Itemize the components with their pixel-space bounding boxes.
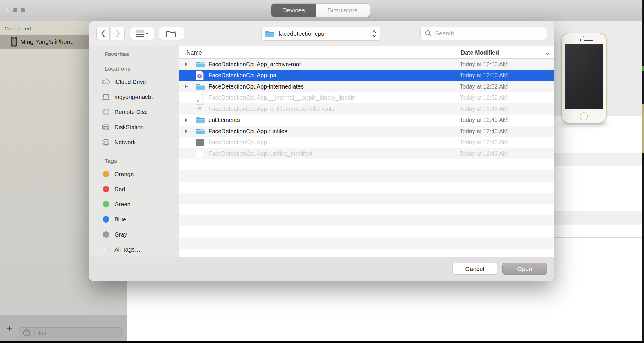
- empty-row: [179, 237, 554, 249]
- sidebar-item-label: All Tags…: [114, 246, 141, 253]
- tab-simulators[interactable]: Simulators: [316, 4, 370, 17]
- sidebar-item-label: DiskStation: [114, 124, 144, 131]
- dialog-footer: Cancel Open: [89, 257, 554, 281]
- filter-input[interactable]: [33, 329, 115, 337]
- sidebar-item-orange[interactable]: Orange: [89, 167, 179, 182]
- sidebar-item-remote-disc[interactable]: Remote Disc: [89, 104, 179, 120]
- sidebar-item-icloud-drive[interactable]: iCloud Drive: [89, 74, 179, 89]
- window-titlebar: Devices Simulators: [0, 0, 644, 21]
- file-row-facedetectioncpuapp-ipa[interactable]: ♪FaceDetectionCpuApp.ipaToday at 12:53 A…: [179, 70, 554, 81]
- device-name: Ming Yong's iPhone: [20, 38, 74, 45]
- sidebar-item-diskstation[interactable]: DiskStation: [89, 120, 179, 135]
- sidebar-item-blue[interactable]: Blue: [89, 212, 179, 227]
- file-row-facedetectioncpuapp-internal-apple-binary-lipobin: FaceDetectionCpuApp.__internal__.apple_b…: [179, 92, 554, 104]
- disclosure-triangle[interactable]: [185, 129, 188, 133]
- add-device-button[interactable]: +: [3, 322, 15, 335]
- empty-row: [179, 204, 554, 215]
- sidebar-item-gray[interactable]: Gray: [89, 227, 179, 242]
- filter-field[interactable]: [19, 327, 123, 338]
- empty-row: [179, 215, 554, 226]
- detail-divider: [554, 237, 644, 238]
- device-detail-panel: [554, 21, 644, 341]
- sidebar-item-label: Remote Disc: [114, 109, 147, 115]
- file-list-body: FaceDetectionCpuApp_archive-rootToday at…: [179, 59, 554, 257]
- open-button[interactable]: Open: [502, 263, 547, 275]
- forward-button: [111, 27, 125, 40]
- sort-chevron-icon: [545, 51, 550, 56]
- all-tags-icon: [101, 246, 111, 253]
- folder-icon: [196, 83, 205, 91]
- file-row-facedetectioncpuapp: FaceDetectionCpuAppToday at 12:43 AM: [179, 137, 554, 148]
- file-name: FaceDetectionCpuApp.runfiles_manifest: [208, 150, 312, 157]
- disclosure-triangle[interactable]: [185, 84, 188, 89]
- file-row-entitlements[interactable]: entitlementsToday at 12:43 AM: [179, 115, 554, 126]
- detail-section-band: [554, 153, 644, 166]
- sidebar-item-all-tags[interactable]: All Tags…: [89, 242, 179, 257]
- file-date-modified: Today at 12:52 AM: [460, 83, 508, 90]
- folder-icon: [196, 60, 205, 68]
- device-sidebar-footer: +: [0, 315, 127, 341]
- file-date-modified: Today at 12:53 AM: [460, 61, 508, 68]
- screen-bottom-edge: [0, 341, 644, 343]
- iphone-preview-image: [561, 33, 607, 123]
- file-list-header: Name Date Modified: [179, 46, 554, 59]
- sidebar-item-label: Orange: [114, 171, 134, 178]
- detail-section-band: [554, 211, 644, 225]
- sidebar-item-network[interactable]: Network: [89, 135, 179, 150]
- nas-icon: [101, 123, 111, 131]
- sidebar-section-locations: Locations: [105, 66, 179, 72]
- sidebar-item-label: iCloud Drive: [114, 79, 146, 85]
- current-folder-popup[interactable]: facedetectioncpu: [261, 27, 380, 41]
- background-app-edge: [642, 0, 644, 341]
- column-header-date-modified[interactable]: Date Modified: [461, 46, 499, 59]
- sidebar-item-label: mgyong-macb…: [114, 94, 157, 100]
- dialog-toolbar: facedetectioncpu: [89, 21, 554, 46]
- search-field[interactable]: [420, 27, 547, 40]
- folder-icon: [265, 30, 274, 38]
- globe-icon: [101, 138, 111, 147]
- file-row-facedetectioncpuapp-archive-root[interactable]: FaceDetectionCpuApp_archive-rootToday at…: [179, 59, 554, 70]
- file-row-facedetectioncpuapp-runfiles-manifest: FaceDetectionCpuApp.runfiles_manifestTod…: [179, 148, 554, 159]
- disclosure-triangle[interactable]: [185, 118, 188, 122]
- empty-row: [179, 249, 554, 257]
- empty-row: [179, 193, 554, 204]
- sidebar-item-red[interactable]: Red: [89, 182, 179, 197]
- sidebar-item-label: Red: [114, 186, 125, 193]
- search-input[interactable]: [434, 30, 539, 37]
- column-header-name[interactable]: Name: [186, 46, 202, 59]
- sidebar-item-label: Network: [114, 139, 136, 146]
- tab-devices[interactable]: Devices: [271, 4, 316, 17]
- view-options-button[interactable]: [130, 27, 154, 40]
- tag-dot-red: [101, 186, 111, 192]
- empty-row: [179, 159, 554, 171]
- empty-row: [179, 182, 554, 193]
- cancel-button[interactable]: Cancel: [452, 263, 497, 275]
- file-row-facedetectioncpuapp-entitlements-entitlements: FaceDetectionCpuApp_entitlements.entitle…: [179, 103, 554, 115]
- dialog-sidebar: FavoritesLocationsiCloud Drivemgyong-mac…: [89, 46, 179, 257]
- sidebar-section-tags: Tags: [105, 158, 179, 164]
- connected-section-header: Connected: [4, 26, 31, 32]
- entitlements-icon: [196, 104, 204, 113]
- file-date-modified: Today at 12:43 AM: [460, 128, 508, 135]
- minimize-window-button[interactable]: [13, 8, 17, 12]
- column-separator[interactable]: [454, 46, 454, 58]
- iphone-icon: [10, 37, 17, 47]
- file-name: FaceDetectionCpuApp_archive-root: [208, 61, 301, 68]
- file-name: FaceDetectionCpuApp_entitlements.entitle…: [208, 106, 334, 112]
- exec-icon: [196, 138, 204, 147]
- close-window-button[interactable]: [5, 8, 10, 12]
- tag-dot-gray: [101, 231, 111, 238]
- sidebar-item-green[interactable]: Green: [89, 197, 179, 212]
- zoom-window-button[interactable]: [21, 8, 25, 12]
- file-date-modified: Today at 12:53 AM: [460, 72, 508, 79]
- empty-row: [179, 226, 554, 238]
- back-button[interactable]: [96, 27, 110, 40]
- new-folder-button[interactable]: [159, 27, 184, 40]
- file-row-facedetectioncpuapp-intermediates[interactable]: FaceDetectionCpuApp-intermediatesToday a…: [179, 81, 554, 92]
- laptop-icon: [101, 93, 111, 101]
- screen: Devices Simulators Connected Ming Yong's…: [0, 0, 644, 343]
- file-date-modified: Today at 12:43 AM: [460, 139, 508, 146]
- sidebar-item-mgyong-macb[interactable]: mgyong-macb…: [89, 89, 179, 104]
- disclosure-triangle[interactable]: [185, 62, 188, 66]
- file-row-facedetectioncpuapp-runfiles[interactable]: FaceDetectionCpuApp.runfilesToday at 12:…: [179, 126, 554, 137]
